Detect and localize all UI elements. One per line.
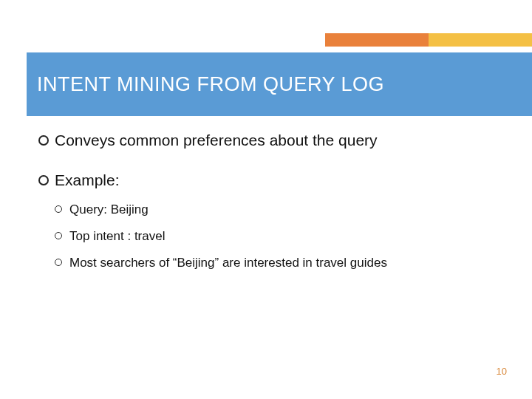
- bullet-open-circle-icon: [55, 259, 62, 266]
- bullet-open-circle-icon: [38, 175, 49, 185]
- bullet-level2: Most searchers of “Beijing” are interest…: [55, 256, 502, 270]
- accent-spacer: [27, 33, 325, 47]
- bullet-open-circle-icon: [55, 205, 62, 213]
- accent-yellow: [429, 33, 532, 47]
- bullet-level1: Conveys common preferences about the que…: [38, 132, 502, 149]
- bullet-text: Top intent : travel: [69, 229, 165, 244]
- bullet-open-circle-icon: [55, 232, 62, 239]
- bullet-level2: Query: Beijing: [55, 202, 502, 217]
- accent-orange: [325, 33, 429, 47]
- bullet-text: Conveys common preferences about the que…: [55, 132, 378, 149]
- bullet-text: Example:: [55, 171, 120, 189]
- bullet-open-circle-icon: [38, 135, 49, 146]
- title-bar: INTENT MINING FROM QUERY LOG: [27, 52, 532, 116]
- bullet-level1: Example:: [38, 171, 502, 189]
- accent-bar: [27, 33, 532, 47]
- bullet-text: Query: Beijing: [69, 202, 149, 217]
- bullet-level2: Top intent : travel: [55, 229, 502, 244]
- bullet-text: Most searchers of “Beijing” are interest…: [69, 256, 387, 270]
- page-number: 10: [497, 366, 507, 377]
- slide-title: INTENT MINING FROM QUERY LOG: [37, 73, 384, 96]
- slide: INTENT MINING FROM QUERY LOG Conveys com…: [0, 0, 532, 399]
- slide-body: Conveys common preferences about the que…: [38, 132, 502, 282]
